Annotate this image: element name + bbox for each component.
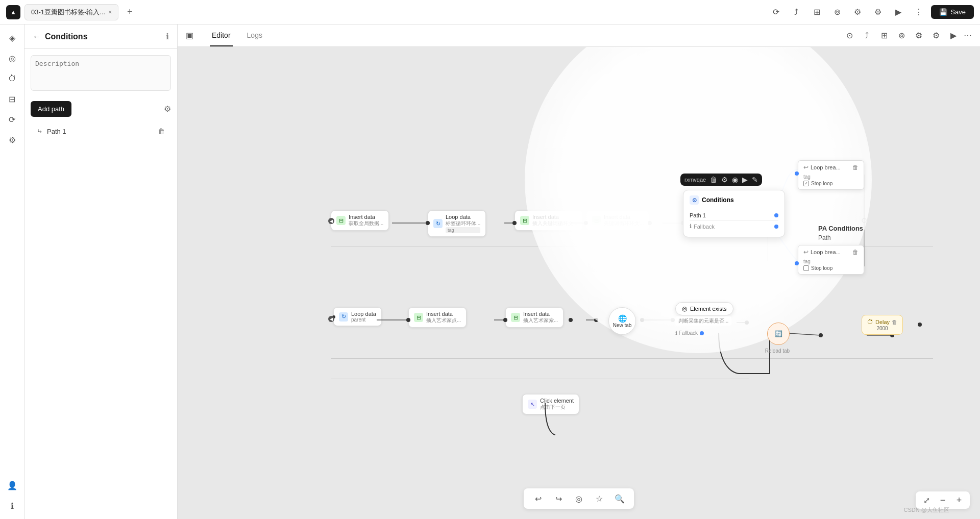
redo-button[interactable]: ↪ [551,491,566,506]
loop-break-2-delete[interactable]: 🗑 [852,249,859,256]
loop-break-1-checkbox[interactable]: ✓ [803,181,809,186]
node-loop-data-1[interactable]: ↻ Loop data 标签循环环体... tag [428,210,486,237]
loop-break-1-label: Loop brea... [811,164,841,170]
reload-tab-icon: 🔄 [775,330,782,337]
conditions-fallback-dot [774,225,778,229]
add-path-button[interactable]: Add path [31,101,71,117]
path-settings-icon[interactable]: ⚙ [164,104,171,114]
node-insert-data-3[interactable]: ⊟ Insert data 关键词循环环文... [586,210,649,231]
insert-data-2-icon: ⊟ [520,216,529,225]
toolbar-settings-icon2[interactable]: ⚙ [721,176,728,184]
editor-toolbar: ⊙ ⤴ ⊞ ⊚ ⚙ ⚙ ▶ ⋯ [842,29,972,43]
click-element-sublabel: 点击下一页 [540,404,574,411]
more-icon-btn[interactable]: ⋮ [911,4,927,20]
toolbar-record-icon[interactable]: ◉ [732,176,738,184]
conditions-fallback-label: Fallback [694,224,715,230]
node-reload-tab[interactable]: 🔄 [767,323,790,345]
editor-area: ▣ Editor Logs ⊙ ⤴ ⊞ ⊚ ⚙ ⚙ ▶ ⋯ [178,24,980,519]
topbar-right: ⟳ ⤴ ⊞ ⊚ ⚙ ⚙ ▶ ⋮ 💾 Save [768,4,974,20]
node-click-element[interactable]: ↖ Click element 点击下一页 [522,394,579,414]
sidebar-toggle-icon[interactable]: ▣ [186,31,193,40]
node-element-exists[interactable]: ◎ Element exists [675,302,733,315]
insert-data-6-label: Insert data [523,311,558,317]
sidebar-icon-refresh[interactable]: ⟳ [3,110,21,129]
element-exists-fallback: ℹ Fallback [675,330,704,336]
add-tab-button[interactable]: + [122,5,137,19]
toolbar-delete-icon[interactable]: 🗑 [710,176,717,184]
share-icon-btn[interactable]: ⤴ [788,4,804,20]
loop-break-2-label: Loop brea... [811,249,841,255]
db-icon-btn[interactable]: ⊚ [829,4,845,20]
loop-data-1-icon: ↻ [433,219,443,228]
conditions-node[interactable]: ⊙ Conditions Path 1 ℹ Fallback [683,190,785,237]
save-button[interactable]: 💾 Save [931,5,974,19]
editor-tabs-bar: ▣ Editor Logs ⊙ ⤴ ⊞ ⊚ ⚙ ⚙ ▶ ⋯ [178,24,980,47]
node-insert-data-5[interactable]: ⊟ Insert data 插入艺术家点... [408,307,467,328]
loop-break-2-checkbox[interactable] [803,265,809,271]
toolbar-run-icon[interactable]: ▶ [946,29,961,43]
sidebar-icon-settings[interactable]: ⚙ [3,131,21,149]
node-toolbar[interactable]: rxmvqae 🗑 ⚙ ◉ ▶ ✎ [680,174,762,186]
delay-delete[interactable]: 🗑 [892,319,897,325]
toolbar-play-icon[interactable]: ▶ [742,176,748,184]
undo-button[interactable]: ↩ [531,491,545,506]
row2-collapse[interactable]: ◀ [328,316,334,322]
toolbar-run-settings-icon[interactable]: ⚙ [929,29,943,43]
row1-collapse[interactable]: ◀ [328,218,334,224]
loop-data-2-sublabel: parent [351,317,376,323]
sidebar-icon-blocks[interactable]: ◈ [3,29,21,47]
node-insert-data-2[interactable]: ⊟ Insert data 插入关键词循环文... [514,210,583,231]
loop-break-node-1[interactable]: ↩ Loop brea... 🗑 tag ✓ Stop loop [798,160,864,190]
star-button[interactable]: ☆ [592,491,606,506]
search-button[interactable]: 🔍 [612,491,627,506]
sidebar-icon-clock[interactable]: ⏱ [3,69,21,88]
insert-data-1-icon: ⊟ [336,216,346,225]
toolbar-network-icon[interactable]: ⊙ [842,29,856,43]
node-insert-data-6[interactable]: ⊟ Insert data 插入艺术家索... [505,307,564,328]
conditions-path-row: Path 1 [690,210,778,220]
toolbar-settings-icon[interactable]: ⚙ [912,29,926,43]
toolbar-more-icon[interactable]: ⋯ [964,31,972,40]
sidebar-icon-info[interactable]: ℹ [3,497,21,515]
network-icon-btn[interactable]: ⟳ [768,4,784,20]
node-delay[interactable]: ⏱ Delay 🗑 2000 [862,315,903,335]
plugin-button[interactable]: ◎ [572,491,586,506]
run-icon-btn[interactable]: ▶ [890,4,906,20]
node-insert-data-1[interactable]: ⊟ Insert data 获取全局数据... [331,210,389,231]
toolbar-db-icon[interactable]: ⊚ [894,29,909,43]
node-new-tab[interactable]: 🌐 New tab [608,307,636,335]
save-icon: 💾 [939,8,947,16]
back-button[interactable]: ← [33,32,41,41]
loop-data-1-label: Loop data [446,214,480,220]
settings-icon-btn[interactable]: ⚙ [849,4,866,20]
delay-icon: ⏱ [867,318,873,326]
tab-label: 03-1豆瓣图书标签-输入... [31,8,105,17]
path-delete-icon[interactable]: 🗑 [158,127,165,135]
tab-editor[interactable]: Editor [210,25,233,46]
toolbar-grid-icon[interactable]: ⊞ [877,29,891,43]
sidebar-icon-user[interactable]: 👤 [3,476,21,495]
node-loop-data-2[interactable]: ↻ Loop data parent [333,307,382,326]
toolbar-share-icon[interactable]: ⤴ [860,29,874,43]
description-input[interactable] [31,55,171,91]
grid-icon-btn[interactable]: ⊞ [808,4,825,20]
active-tab[interactable]: 03-1豆瓣图书标签-输入... × [24,4,118,20]
loop-break-2-stop: Stop loop [803,265,859,271]
canvas[interactable]: ⊟ Insert data 获取全局数据... ↻ Loop data 标签循环… [178,47,980,519]
panel-info-icon[interactable]: ℹ [166,32,169,41]
sidebar-icon-list[interactable]: ⊟ [3,90,21,108]
loop-break-1-delete[interactable]: 🗑 [852,164,859,171]
sidebar-icon-circle[interactable]: ◎ [3,49,21,67]
zoom-in-button[interactable]: + [952,493,966,507]
zoom-out-button[interactable]: − [936,493,949,507]
path-item-1[interactable]: ⤷ Path 1 🗑 [29,122,173,140]
element-exists-sublabel: 判断采集的元素是否... [675,316,731,326]
toolbar-edit-icon[interactable]: ✎ [752,176,758,184]
tab-logs[interactable]: Logs [245,25,264,46]
loop-data-1-tag: tag [446,227,480,233]
tab-close-icon[interactable]: × [108,9,112,16]
lb1-left-dot [795,171,799,176]
run-settings-icon-btn[interactable]: ⚙ [870,4,886,20]
loop-break-node-2[interactable]: ↩ Loop brea... 🗑 tag Stop loop [798,245,864,275]
fullscreen-button[interactable]: ⤢ [920,493,933,507]
